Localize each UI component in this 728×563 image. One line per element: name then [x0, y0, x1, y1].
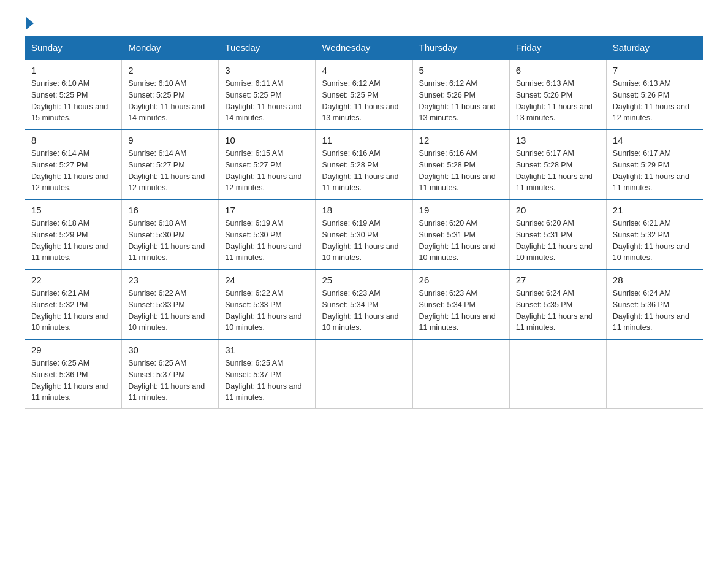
weekday-header-cell: Wednesday [316, 36, 412, 60]
calendar-day-cell: 6 Sunrise: 6:13 AMSunset: 5:26 PMDayligh… [509, 59, 606, 129]
calendar-body: 1 Sunrise: 6:10 AMSunset: 5:25 PMDayligh… [25, 59, 703, 409]
calendar-day-cell [412, 339, 509, 409]
day-number: 26 [419, 275, 503, 285]
day-info: Sunrise: 6:16 AMSunset: 5:28 PMDaylight:… [322, 149, 398, 192]
calendar-day-cell: 31 Sunrise: 6:25 AMSunset: 5:37 PMDaylig… [219, 339, 316, 409]
day-number: 22 [31, 275, 115, 285]
day-info: Sunrise: 6:19 AMSunset: 5:30 PMDaylight:… [322, 219, 398, 262]
day-info: Sunrise: 6:22 AMSunset: 5:33 PMDaylight:… [128, 289, 205, 332]
day-number: 25 [322, 275, 406, 285]
calendar-day-cell: 4 Sunrise: 6:12 AMSunset: 5:25 PMDayligh… [316, 59, 412, 129]
calendar-day-cell: 25 Sunrise: 6:23 AMSunset: 5:34 PMDaylig… [316, 269, 412, 339]
day-info: Sunrise: 6:24 AMSunset: 5:36 PMDaylight:… [613, 289, 689, 332]
calendar-day-cell: 30 Sunrise: 6:25 AMSunset: 5:37 PMDaylig… [122, 339, 219, 409]
calendar-day-cell: 15 Sunrise: 6:18 AMSunset: 5:29 PMDaylig… [25, 199, 122, 269]
day-number: 17 [225, 205, 309, 215]
day-number: 24 [225, 275, 309, 285]
calendar-day-cell: 9 Sunrise: 6:14 AMSunset: 5:27 PMDayligh… [122, 129, 219, 199]
calendar-day-cell: 20 Sunrise: 6:20 AMSunset: 5:31 PMDaylig… [509, 199, 606, 269]
day-info: Sunrise: 6:14 AMSunset: 5:27 PMDaylight:… [128, 149, 205, 192]
calendar-day-cell: 22 Sunrise: 6:21 AMSunset: 5:32 PMDaylig… [25, 269, 122, 339]
day-number: 7 [613, 65, 697, 75]
calendar-week-row: 1 Sunrise: 6:10 AMSunset: 5:25 PMDayligh… [25, 59, 703, 129]
calendar-day-cell: 7 Sunrise: 6:13 AMSunset: 5:26 PMDayligh… [606, 59, 703, 129]
day-info: Sunrise: 6:25 AMSunset: 5:37 PMDaylight:… [128, 359, 205, 402]
calendar-week-row: 8 Sunrise: 6:14 AMSunset: 5:27 PMDayligh… [25, 129, 703, 199]
day-number: 6 [516, 65, 600, 75]
weekday-header-cell: Saturday [606, 36, 703, 60]
weekday-header-cell: Friday [509, 36, 606, 60]
day-number: 8 [31, 135, 115, 145]
calendar-day-cell: 26 Sunrise: 6:23 AMSunset: 5:34 PMDaylig… [412, 269, 509, 339]
day-number: 16 [128, 205, 212, 215]
calendar-day-cell: 18 Sunrise: 6:19 AMSunset: 5:30 PMDaylig… [316, 199, 412, 269]
calendar-day-cell: 28 Sunrise: 6:24 AMSunset: 5:36 PMDaylig… [606, 269, 703, 339]
day-number: 15 [31, 205, 115, 215]
weekday-header-cell: Tuesday [219, 36, 316, 60]
day-info: Sunrise: 6:17 AMSunset: 5:29 PMDaylight:… [613, 149, 689, 192]
day-info: Sunrise: 6:24 AMSunset: 5:35 PMDaylight:… [516, 289, 593, 332]
day-info: Sunrise: 6:25 AMSunset: 5:37 PMDaylight:… [225, 359, 301, 402]
day-number: 19 [419, 205, 503, 215]
day-info: Sunrise: 6:19 AMSunset: 5:30 PMDaylight:… [225, 219, 301, 262]
day-number: 31 [225, 345, 309, 355]
calendar-day-cell: 10 Sunrise: 6:15 AMSunset: 5:27 PMDaylig… [219, 129, 316, 199]
day-info: Sunrise: 6:25 AMSunset: 5:36 PMDaylight:… [31, 359, 108, 402]
day-number: 30 [128, 345, 212, 355]
calendar-day-cell: 29 Sunrise: 6:25 AMSunset: 5:36 PMDaylig… [25, 339, 122, 409]
day-number: 5 [419, 65, 503, 75]
page-header [25, 18, 703, 29]
day-number: 4 [322, 65, 406, 75]
day-number: 18 [322, 205, 406, 215]
calendar-day-cell [316, 339, 412, 409]
day-info: Sunrise: 6:21 AMSunset: 5:32 PMDaylight:… [613, 219, 689, 262]
weekday-header-cell: Thursday [412, 36, 509, 60]
day-info: Sunrise: 6:12 AMSunset: 5:26 PMDaylight:… [419, 79, 496, 122]
day-info: Sunrise: 6:13 AMSunset: 5:26 PMDaylight:… [613, 79, 689, 122]
calendar-day-cell: 1 Sunrise: 6:10 AMSunset: 5:25 PMDayligh… [25, 59, 122, 129]
day-number: 14 [613, 135, 697, 145]
calendar-day-cell: 11 Sunrise: 6:16 AMSunset: 5:28 PMDaylig… [316, 129, 412, 199]
calendar-week-row: 15 Sunrise: 6:18 AMSunset: 5:29 PMDaylig… [25, 199, 703, 269]
calendar-day-cell: 27 Sunrise: 6:24 AMSunset: 5:35 PMDaylig… [509, 269, 606, 339]
day-number: 1 [31, 65, 115, 75]
weekday-header-row: SundayMondayTuesdayWednesdayThursdayFrid… [25, 36, 703, 60]
day-number: 11 [322, 135, 406, 145]
day-info: Sunrise: 6:10 AMSunset: 5:25 PMDaylight:… [128, 79, 205, 122]
calendar-day-cell: 14 Sunrise: 6:17 AMSunset: 5:29 PMDaylig… [606, 129, 703, 199]
weekday-header-cell: Sunday [25, 36, 122, 60]
day-number: 23 [128, 275, 212, 285]
logo [25, 18, 34, 29]
day-info: Sunrise: 6:13 AMSunset: 5:26 PMDaylight:… [516, 79, 593, 122]
day-info: Sunrise: 6:15 AMSunset: 5:27 PMDaylight:… [225, 149, 301, 192]
weekday-header-cell: Monday [122, 36, 219, 60]
day-number: 29 [31, 345, 115, 355]
day-number: 12 [419, 135, 503, 145]
day-number: 28 [613, 275, 697, 285]
day-info: Sunrise: 6:21 AMSunset: 5:32 PMDaylight:… [31, 289, 108, 332]
calendar-day-cell: 24 Sunrise: 6:22 AMSunset: 5:33 PMDaylig… [219, 269, 316, 339]
calendar-day-cell: 19 Sunrise: 6:20 AMSunset: 5:31 PMDaylig… [412, 199, 509, 269]
day-info: Sunrise: 6:22 AMSunset: 5:33 PMDaylight:… [225, 289, 301, 332]
day-number: 13 [516, 135, 600, 145]
day-info: Sunrise: 6:23 AMSunset: 5:34 PMDaylight:… [419, 289, 496, 332]
day-number: 2 [128, 65, 212, 75]
calendar-day-cell: 13 Sunrise: 6:17 AMSunset: 5:28 PMDaylig… [509, 129, 606, 199]
day-number: 10 [225, 135, 309, 145]
day-info: Sunrise: 6:11 AMSunset: 5:25 PMDaylight:… [225, 79, 301, 122]
day-info: Sunrise: 6:12 AMSunset: 5:25 PMDaylight:… [322, 79, 398, 122]
day-number: 3 [225, 65, 309, 75]
calendar-day-cell: 8 Sunrise: 6:14 AMSunset: 5:27 PMDayligh… [25, 129, 122, 199]
calendar-day-cell: 5 Sunrise: 6:12 AMSunset: 5:26 PMDayligh… [412, 59, 509, 129]
calendar-day-cell: 12 Sunrise: 6:16 AMSunset: 5:28 PMDaylig… [412, 129, 509, 199]
calendar-table: SundayMondayTuesdayWednesdayThursdayFrid… [25, 36, 703, 409]
day-info: Sunrise: 6:23 AMSunset: 5:34 PMDaylight:… [322, 289, 398, 332]
day-info: Sunrise: 6:18 AMSunset: 5:30 PMDaylight:… [128, 219, 205, 262]
day-info: Sunrise: 6:17 AMSunset: 5:28 PMDaylight:… [516, 149, 593, 192]
calendar-week-row: 22 Sunrise: 6:21 AMSunset: 5:32 PMDaylig… [25, 269, 703, 339]
day-info: Sunrise: 6:18 AMSunset: 5:29 PMDaylight:… [31, 219, 108, 262]
calendar-day-cell: 3 Sunrise: 6:11 AMSunset: 5:25 PMDayligh… [219, 59, 316, 129]
day-info: Sunrise: 6:20 AMSunset: 5:31 PMDaylight:… [516, 219, 593, 262]
calendar-week-row: 29 Sunrise: 6:25 AMSunset: 5:36 PMDaylig… [25, 339, 703, 409]
calendar-day-cell [509, 339, 606, 409]
